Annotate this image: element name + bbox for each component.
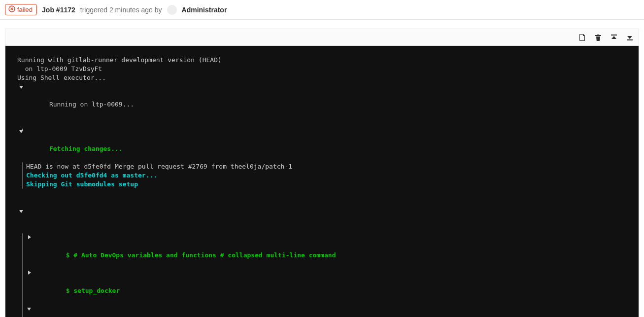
svg-rect-3 — [611, 35, 617, 35]
log-section-toggle[interactable]: $ # Auto DevOps variables and functions … — [26, 233, 635, 269]
log-line-text: $ # Auto DevOps variables and functions … — [66, 251, 336, 259]
log-line: HEAD is now at d5fe0fd Merge pull reques… — [26, 162, 635, 171]
scroll-top-button[interactable] — [610, 34, 618, 41]
log-line: ' — [9, 118, 635, 127]
chevron-right-icon[interactable] — [28, 235, 31, 239]
job-title: Job #1172 — [42, 6, 75, 14]
erase-log-button[interactable] — [594, 34, 602, 41]
log-line: Using Shell executor... — [9, 73, 635, 82]
chevron-down-icon[interactable] — [19, 130, 23, 133]
log-container: Running with gitlab-runner development v… — [5, 29, 639, 317]
status-badge-failed: failed — [5, 4, 37, 15]
scroll-bottom-button[interactable] — [626, 34, 634, 41]
chevron-right-icon[interactable] — [28, 271, 31, 275]
log-line-text: Fetching changes... — [49, 145, 123, 152]
log-line: Skipping Git submodules setup — [26, 180, 635, 189]
svg-rect-4 — [627, 39, 633, 40]
log-line: Checking out d5fe0fd4 as master... — [26, 171, 635, 180]
chevron-down-icon[interactable] — [27, 308, 31, 311]
log-section-toggle[interactable] — [9, 207, 635, 233]
raw-log-button[interactable] — [578, 34, 586, 41]
chevron-down-icon[interactable] — [19, 86, 23, 89]
status-text: failed — [17, 6, 33, 13]
failed-icon — [8, 5, 15, 14]
log-section-toggle[interactable]: Fetching changes... — [9, 127, 635, 162]
user-name[interactable]: Administrator — [182, 6, 227, 14]
job-header: failed Job #1172 triggered 2 minutes ago… — [0, 0, 644, 20]
log-line-text: $ setup_docker — [66, 287, 120, 294]
log-line: on ltp-0009 TzvDsyFt — [9, 65, 635, 73]
chevron-down-icon[interactable] — [19, 210, 23, 213]
avatar[interactable] — [167, 5, 177, 15]
log-line-text: Running on ltp-0009... — [49, 101, 134, 108]
log-line: Running with gitlab-runner development v… — [9, 56, 635, 65]
log-section-toggle[interactable]: $ build — [26, 304, 635, 317]
triggered-text: triggered 2 minutes ago by — [80, 6, 162, 14]
log-section-toggle[interactable]: $ setup_docker — [26, 269, 635, 304]
log-section-body: HEAD is now at d5fe0fd Merge pull reques… — [22, 162, 635, 189]
log-toolbar — [5, 29, 639, 46]
log-section-toggle[interactable]: Running on ltp-0009... — [9, 82, 635, 118]
log-body[interactable]: Running with gitlab-runner development v… — [5, 46, 639, 317]
log-section-body: $ # Auto DevOps variables and functions … — [22, 233, 635, 317]
